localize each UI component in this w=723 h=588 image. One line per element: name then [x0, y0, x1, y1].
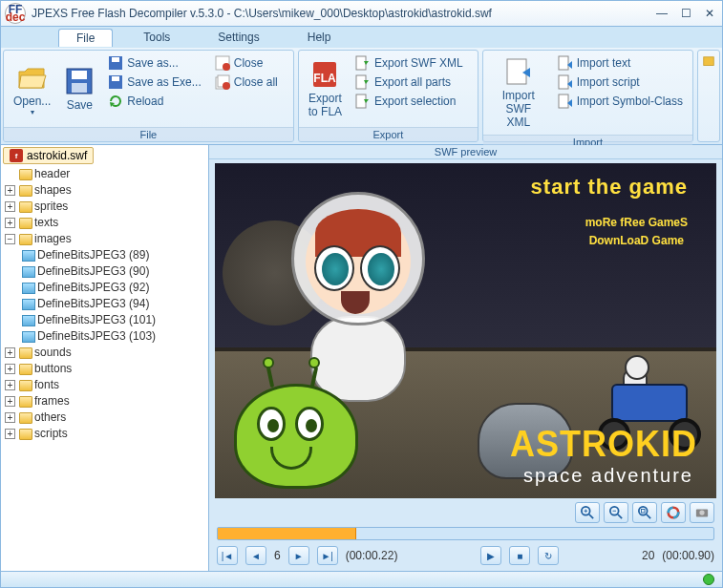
tree-item-sprites[interactable]: +sprites — [3, 199, 206, 215]
expand-icon[interactable]: + — [5, 185, 15, 196]
open-button[interactable]: Open...▾ — [8, 54, 56, 123]
ribbon-group-import: Import SWF XML Import text Import script… — [482, 50, 693, 142]
tree-item-image[interactable]: DefineBitsJPEG3 (90) — [20, 263, 206, 280]
export-selection-button[interactable]: Export selection — [350, 93, 469, 110]
expand-icon[interactable]: + — [5, 429, 15, 439]
preview-text-more: moRe fRee GameSDownLoaD Game — [585, 213, 688, 249]
export-icon — [355, 94, 371, 109]
close-button[interactable]: Close — [209, 54, 284, 72]
floppy-icon — [108, 74, 123, 90]
fla-icon: FLA — [309, 59, 340, 90]
export-fla-button[interactable]: FLA Export to FLA — [303, 54, 348, 123]
play-button[interactable]: ▶ — [480, 546, 501, 565]
ribbon-group-overflow[interactable] — [697, 50, 720, 142]
svg-line-27 — [618, 514, 622, 518]
goto-start-button[interactable]: |◄ — [217, 546, 238, 565]
svg-point-35 — [699, 510, 704, 514]
workspace: f astrokid.swf header +shapes +sprites +… — [0, 145, 723, 571]
zoom-in-icon — [581, 506, 594, 519]
timeline[interactable] — [217, 527, 714, 540]
tree-item-sounds[interactable]: +sounds — [3, 345, 206, 361]
tree-root-tab[interactable]: f astrokid.swf — [3, 147, 94, 164]
total-time: (00:00.90) — [662, 549, 714, 562]
menubar: File Tools Settings Help — [0, 27, 723, 48]
menu-tools[interactable]: Tools — [126, 29, 187, 46]
expand-icon[interactable]: + — [5, 201, 15, 212]
zoom-in-button[interactable] — [575, 502, 600, 523]
image-icon — [22, 266, 35, 278]
tree-item-image[interactable]: DefineBitsJPEG3 (103) — [20, 328, 206, 345]
folder-icon — [19, 412, 32, 424]
tree-item-texts[interactable]: +texts — [3, 215, 206, 231]
tree-item-images[interactable]: −images — [3, 231, 206, 247]
export-all-parts-button[interactable]: Export all parts — [350, 74, 469, 91]
menu-help[interactable]: Help — [290, 29, 349, 46]
export-swf-xml-button[interactable]: Export SWF XML — [350, 54, 469, 72]
stop-button[interactable]: ■ — [509, 546, 530, 565]
image-icon — [22, 331, 35, 343]
import-icon — [503, 56, 534, 87]
expand-icon[interactable]: + — [5, 218, 15, 228]
save-as-exe-button[interactable]: Save as Exe... — [102, 74, 206, 91]
tree-panel: f astrokid.swf header +shapes +sprites +… — [1, 145, 209, 571]
reload-button[interactable]: Reload — [102, 93, 206, 110]
loop-button[interactable]: ↻ — [538, 546, 559, 565]
close-icon — [215, 55, 230, 71]
image-icon — [22, 283, 35, 294]
import-script-button[interactable]: Import script — [552, 74, 689, 91]
goto-end-button[interactable]: ►| — [317, 546, 338, 565]
minimize-button[interactable]: — — [652, 7, 671, 20]
step-forward-button[interactable]: ► — [288, 546, 309, 565]
import-text-button[interactable]: Import text — [552, 54, 689, 72]
expand-icon[interactable]: + — [5, 364, 15, 374]
tree-item-header[interactable]: header — [3, 166, 206, 182]
export-icon — [355, 55, 371, 71]
expand-icon[interactable]: + — [5, 412, 15, 423]
svg-rect-19 — [559, 75, 568, 89]
maximize-button[interactable]: ☐ — [677, 7, 695, 20]
tree-item-image[interactable]: DefineBitsJPEG3 (92) — [20, 280, 206, 296]
snapshot-button[interactable] — [690, 502, 714, 523]
export-icon — [355, 74, 371, 90]
flash-icon: f — [10, 149, 23, 162]
chevron-down-icon: ▾ — [31, 108, 34, 116]
current-frame: 6 — [274, 549, 281, 562]
tree-item-buttons[interactable]: +buttons — [3, 361, 206, 377]
svg-rect-21 — [704, 57, 714, 66]
tree-item-image[interactable]: DefineBitsJPEG3 (94) — [20, 296, 206, 312]
save-as-button[interactable]: Save as... — [102, 54, 206, 72]
close-all-button[interactable]: Close all — [209, 74, 284, 91]
zoom-out-button[interactable] — [604, 502, 628, 523]
preview-panel: SWF preview — [209, 145, 722, 571]
tree-item-others[interactable]: +others — [3, 410, 206, 426]
expand-icon[interactable]: + — [5, 380, 15, 390]
tree-item-shapes[interactable]: +shapes — [3, 182, 206, 199]
folder-icon — [19, 185, 32, 197]
window-title: JPEXS Free Flash Decompiler v.5.3.0 - C:… — [32, 7, 652, 20]
expand-icon[interactable]: + — [5, 347, 15, 358]
import-symbol-class-button[interactable]: Import Symbol-Class — [552, 93, 689, 110]
menu-settings[interactable]: Settings — [201, 29, 276, 46]
preview-toolbar — [209, 500, 722, 525]
reload-icon — [108, 94, 123, 109]
step-back-button[interactable]: ◄ — [245, 546, 266, 565]
expand-icon[interactable]: + — [5, 396, 15, 407]
close-window-button[interactable]: ✕ — [701, 7, 718, 20]
tree-item-frames[interactable]: +frames — [3, 393, 206, 410]
ribbon: Open...▾ Save Save as... Save as Exe... … — [0, 48, 723, 145]
save-button[interactable]: Save — [58, 54, 100, 123]
svg-point-11 — [223, 82, 230, 90]
overflow-icon — [702, 54, 715, 70]
import-swf-xml-button[interactable]: Import SWF XML — [487, 54, 550, 131]
tree-item-fonts[interactable]: +fonts — [3, 377, 206, 393]
tree-item-image[interactable]: DefineBitsJPEG3 (89) — [20, 247, 206, 263]
ribbon-group-label-export: Export — [299, 127, 478, 141]
preview-header: SWF preview — [209, 145, 722, 159]
collapse-icon[interactable]: − — [5, 234, 15, 244]
color-button[interactable] — [661, 502, 686, 523]
statusbar — [0, 571, 723, 588]
tree-item-scripts[interactable]: +scripts — [3, 426, 206, 442]
tree-item-image[interactable]: DefineBitsJPEG3 (101) — [20, 312, 206, 328]
zoom-fit-button[interactable] — [632, 502, 657, 523]
menu-file[interactable]: File — [58, 29, 113, 47]
